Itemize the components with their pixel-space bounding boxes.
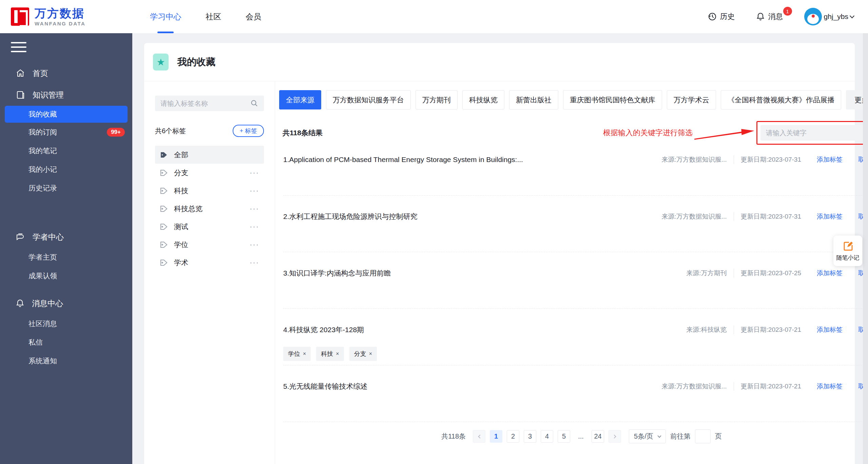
item-tag-chip[interactable]: 学位 ×	[283, 347, 311, 361]
sidebar-item-my-memos[interactable]: 我的小记	[0, 160, 132, 179]
prev-page-button[interactable]	[473, 430, 485, 443]
source-tabs: 全部来源 万方数据知识服务平台 万方期刊 科技纵览 新蕾出版社 重庆图书馆民国特…	[279, 90, 868, 109]
quick-note-widget[interactable]: 随笔小记	[833, 236, 862, 266]
source-tab-wanfang-journal[interactable]: 万方期刊	[416, 90, 458, 109]
sidebar-item-my-subscriptions[interactable]: 我的订阅 99+	[0, 123, 132, 141]
tag-more-icon[interactable]: ···	[250, 168, 259, 177]
tag-icon	[160, 205, 168, 213]
user-menu[interactable]: ghj_ybs	[804, 8, 854, 25]
next-page-button[interactable]	[609, 430, 621, 443]
chevron-left-icon	[478, 435, 482, 438]
add-tag-link[interactable]: 添加标签	[817, 269, 843, 278]
page-button-4[interactable]: 4	[541, 430, 553, 443]
tag-more-icon[interactable]: ···	[250, 258, 259, 267]
sidebar-section-knowledge[interactable]: 知识管理	[0, 84, 132, 106]
tag-item-all[interactable]: 全部	[155, 146, 264, 164]
result-date: 更新日期:2023-07-25	[741, 269, 801, 278]
tag-item-tech[interactable]: 科技 ···	[155, 182, 264, 200]
tag-item-branch[interactable]: 分支 ···	[155, 164, 264, 182]
keyword-search-box[interactable]	[760, 125, 868, 141]
result-date: 更新日期:2023-07-21	[741, 325, 801, 334]
tag-icon	[160, 169, 168, 177]
result-title[interactable]: 5.光无线能量传输技术综述	[283, 382, 661, 391]
result-title[interactable]: 2.水利工程施工现场危险源辨识与控制研究	[283, 212, 661, 221]
sidebar-item-home[interactable]: 首页	[0, 62, 132, 84]
sidebar-item-history-records[interactable]: 历史记录	[0, 179, 132, 197]
hamburger-menu-icon[interactable]	[11, 42, 26, 52]
page-button-1[interactable]: 1	[490, 430, 502, 443]
source-tab-video-contest[interactable]: 《全国科普微视频大赛》作品展播	[721, 90, 841, 109]
result-item: 4.科技纵览 2023年-128期 来源:科技纵览 更新日期:2023-07-2…	[283, 309, 868, 365]
goto-page-input[interactable]	[695, 429, 711, 443]
page-button-2[interactable]: 2	[507, 430, 519, 443]
sidebar-item-community-messages[interactable]: 社区消息	[0, 314, 132, 333]
tag-item-test[interactable]: 测试 ···	[155, 218, 264, 236]
remove-tag-icon[interactable]: ×	[336, 351, 339, 357]
tag-item-degree[interactable]: 学位 ···	[155, 236, 264, 254]
tag-item-tech-overview[interactable]: 科技总览 ···	[155, 200, 264, 218]
chevron-down-icon[interactable]	[850, 14, 854, 18]
tag-more-icon[interactable]: ···	[250, 204, 259, 213]
sidebar-item-system-notifications[interactable]: 系统通知	[0, 351, 132, 370]
tag-more-icon[interactable]: ···	[250, 222, 259, 231]
logo-text-cn: 万方数据	[35, 7, 85, 19]
sidebar-item-my-notes[interactable]: 我的笔记	[0, 141, 132, 160]
tag-more-icon[interactable]: ···	[250, 240, 259, 249]
nav-community[interactable]: 社区	[206, 0, 221, 33]
sidebar-item-my-favorites[interactable]: 我的收藏	[5, 106, 128, 123]
tag-icon	[160, 259, 168, 267]
sidebar-item-claim-achievements[interactable]: 成果认领	[0, 266, 132, 285]
sidebar-section-scholar[interactable]: 学者中心	[0, 226, 132, 248]
add-tag-link[interactable]: 添加标签	[817, 382, 843, 391]
source-tab-chongqing-library[interactable]: 重庆图书馆民国特色文献库	[563, 90, 662, 109]
result-date: 更新日期:2023-07-31	[741, 212, 801, 221]
wanfang-logo[interactable]: 万方数据 WANFANG DATA	[11, 7, 85, 26]
tag-icon	[160, 187, 168, 195]
tag-search-input[interactable]	[160, 100, 250, 107]
page-button-5[interactable]: 5	[558, 430, 570, 443]
keyword-search-input[interactable]	[766, 129, 866, 137]
page-button-24[interactable]: 24	[592, 430, 604, 443]
tag-more-icon[interactable]: ···	[250, 186, 259, 195]
history-clock-icon	[708, 12, 717, 21]
item-tag-chip[interactable]: 科技 ×	[316, 347, 344, 361]
source-tab-wanfang-platform[interactable]: 万方数据知识服务平台	[326, 90, 411, 109]
source-tab-xinlei-press[interactable]: 新蕾出版社	[509, 90, 558, 109]
result-title[interactable]: 1.Application of PCM-based Thermal Energ…	[283, 156, 661, 164]
result-source: 来源:万方数据知识服...	[661, 382, 727, 391]
source-tab-all[interactable]: 全部来源	[279, 90, 321, 109]
avatar[interactable]	[804, 8, 822, 25]
history-button[interactable]: 历史	[708, 12, 735, 22]
item-tag-chip[interactable]: 分支 ×	[349, 347, 377, 361]
add-tag-link[interactable]: 添加标签	[817, 325, 843, 334]
remove-tag-icon[interactable]: ×	[369, 351, 372, 357]
nav-membership[interactable]: 会员	[246, 0, 261, 33]
messages-button[interactable]: 消息 1	[756, 12, 783, 22]
add-tag-link[interactable]: 添加标签	[817, 212, 843, 221]
source-tab-tech-overview[interactable]: 科技纵览	[462, 90, 504, 109]
chevron-right-icon	[612, 435, 616, 438]
goto-suffix: 页	[715, 432, 722, 441]
tag-item-academic[interactable]: 学术 ···	[155, 254, 264, 271]
page-ellipsis[interactable]: ...	[575, 430, 587, 443]
source-tab-academic-cloud[interactable]: 万方学术云	[667, 90, 716, 109]
remove-tag-icon[interactable]: ×	[303, 351, 306, 357]
page-button-3[interactable]: 3	[524, 430, 536, 443]
main-content: 我的收藏 共6个标签 + 标签	[132, 33, 868, 464]
add-tag-link[interactable]: 添加标签	[817, 155, 843, 164]
result-date: 更新日期:2023-07-21	[741, 382, 801, 391]
home-icon	[16, 68, 25, 78]
tag-search-box[interactable]	[155, 96, 264, 111]
result-title[interactable]: 3.知识口译学:内涵构念与应用前瞻	[283, 268, 686, 278]
nav-learning-center[interactable]: 学习中心	[150, 0, 181, 33]
search-icon[interactable]	[250, 99, 258, 107]
add-tag-button[interactable]: + 标签	[233, 125, 264, 137]
sidebar-section-message-center[interactable]: 消息中心	[0, 292, 132, 314]
sidebar-item-scholar-homepage[interactable]: 学者主页	[0, 248, 132, 266]
messages-label: 消息	[768, 12, 783, 22]
wanfang-logo-icon	[11, 7, 29, 26]
vertical-scrollbar[interactable]	[863, 33, 868, 464]
sidebar-item-private-messages[interactable]: 私信	[0, 333, 132, 351]
result-title[interactable]: 4.科技纵览 2023年-128期	[283, 325, 686, 335]
page-size-select[interactable]: 5条/页	[629, 429, 666, 443]
